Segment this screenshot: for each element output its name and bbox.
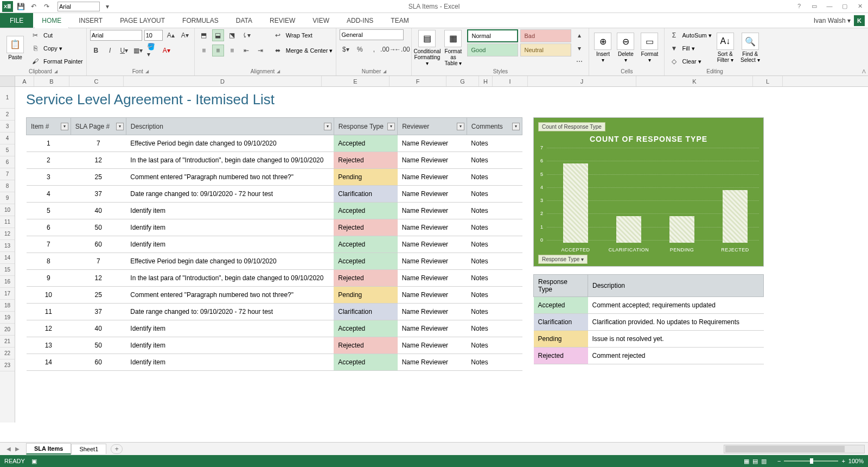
sla-header[interactable]: Item #▾ [27, 118, 71, 135]
border-icon[interactable]: ▦▾ [132, 45, 144, 56]
table-row[interactable]: 1025Comment entered "Paragraph numbered … [27, 287, 522, 304]
font-color-icon[interactable]: A▾ [161, 45, 173, 56]
filter-icon[interactable]: ▾ [61, 123, 68, 130]
table-row[interactable]: 1137Date range changed to: 09/10/2020 - … [27, 304, 522, 320]
row-header-1[interactable]: 1 [0, 87, 15, 109]
merge-label[interactable]: Merge & Center ▾ [286, 47, 333, 54]
view-page-layout-icon[interactable]: ▤ [752, 458, 758, 465]
filter-icon[interactable]: ▾ [116, 123, 124, 130]
minimize-icon[interactable]: — [825, 3, 834, 10]
chart-bar[interactable] [563, 163, 588, 243]
wrap-text-label[interactable]: Wrap Text [286, 32, 312, 39]
table-row[interactable]: 212In the last para of "Introduction", b… [27, 152, 522, 169]
redo-icon[interactable]: ↷ [41, 1, 52, 12]
align-middle-icon[interactable]: ⬓ [212, 29, 224, 41]
undo-icon[interactable]: ↶ [28, 1, 39, 12]
macro-record-icon[interactable]: ▣ [31, 458, 37, 465]
styles-up-icon[interactable]: ▴ [573, 29, 585, 41]
table-row[interactable]: 1240Identify itemAcceptedName ReviewerNo… [27, 320, 522, 337]
row-header-23[interactable]: 23 [0, 359, 15, 371]
sheet-tab-active[interactable]: SLA Items [26, 443, 71, 455]
filter-icon[interactable]: ▾ [324, 123, 331, 130]
view-page-break-icon[interactable]: ▥ [761, 458, 767, 465]
copy-icon[interactable]: ⎘ [29, 42, 41, 54]
view-normal-icon[interactable]: ▦ [744, 458, 749, 465]
merge-icon[interactable]: ⬌ [272, 45, 284, 56]
row-header-10[interactable]: 10 [0, 204, 15, 216]
row-header-2[interactable]: 2 [0, 109, 15, 121]
autosum-icon[interactable]: Σ [668, 29, 680, 41]
clear-icon[interactable]: ◇ [668, 55, 680, 67]
sla-header[interactable]: Description▾ [126, 118, 334, 135]
row-header-12[interactable]: 12 [0, 228, 15, 240]
fill-icon[interactable]: ▼ [668, 42, 680, 54]
wrap-text-icon[interactable]: ↩ [272, 29, 284, 41]
table-row[interactable]: 87Effective Period begin date changed to… [27, 253, 522, 270]
sheet-next-icon[interactable]: ▶ [15, 446, 20, 452]
help-icon[interactable]: ? [794, 3, 804, 10]
row-header-22[interactable]: 22 [0, 348, 15, 359]
row-header-20[interactable]: 20 [0, 324, 15, 336]
align-center-icon[interactable]: ≡ [212, 45, 224, 56]
find-select-button[interactable]: 🔍Find & Select ▾ [739, 29, 762, 66]
tab-insert[interactable]: INSERT [70, 13, 111, 28]
tab-addins[interactable]: ADD-INS [338, 13, 382, 28]
zoom-in-icon[interactable]: + [841, 458, 845, 464]
tab-review[interactable]: REVIEW [261, 13, 304, 28]
row-header-14[interactable]: 14 [0, 252, 15, 264]
increase-decimal-icon[interactable]: .00→ [382, 43, 394, 55]
maximize-icon[interactable]: ▢ [840, 3, 850, 10]
table-row[interactable]: 760Identify itemAcceptedName ReviewerNot… [27, 236, 522, 253]
align-top-icon[interactable]: ⬒ [198, 29, 210, 41]
bold-icon[interactable]: B [90, 45, 102, 56]
fill-color-icon[interactable]: 🪣▾ [146, 45, 158, 56]
sla-header[interactable]: SLA Page #▾ [71, 118, 126, 135]
save-icon[interactable]: 💾 [15, 1, 26, 12]
align-left-icon[interactable]: ≡ [198, 45, 210, 56]
paste-button[interactable]: 📋 Paste [3, 29, 27, 66]
zoom-out-icon[interactable]: − [777, 458, 781, 464]
tab-page-layout[interactable]: PAGE LAYOUT [111, 13, 174, 28]
autosum-label[interactable]: AutoSum ▾ [682, 32, 711, 39]
format-cells-button[interactable]: ▭Format ▾ [638, 29, 661, 66]
align-right-icon[interactable]: ≡ [226, 45, 238, 56]
zoom-value[interactable]: 100% [848, 458, 864, 464]
copy-label[interactable]: Copy ▾ [43, 45, 62, 52]
row-header-5[interactable]: 5 [0, 144, 15, 156]
increase-indent-icon[interactable]: ⇥ [254, 45, 266, 56]
col-header-F[interactable]: F [390, 76, 446, 86]
format-as-table-button[interactable]: ▦Format as Table ▾ [441, 29, 465, 66]
qat-font-select[interactable] [58, 2, 100, 11]
table-row[interactable]: 17Effective Period begin date changed to… [27, 135, 522, 152]
user-account[interactable]: Ivan Walsh ▾ K [814, 13, 868, 28]
grid-canvas[interactable]: Service Level Agreement - Itemised List … [15, 87, 868, 422]
decrease-decimal-icon[interactable]: ←.00 [396, 43, 408, 55]
row-header-9[interactable]: 9 [0, 192, 15, 204]
clear-label[interactable]: Clear ▾ [682, 58, 701, 65]
cell-style-good[interactable]: Good [467, 43, 518, 56]
zoom-slider[interactable] [784, 460, 838, 462]
cut-icon[interactable]: ✂ [29, 29, 41, 41]
underline-icon[interactable]: U▾ [118, 45, 130, 56]
row-header-6[interactable]: 6 [0, 156, 15, 168]
sheet-prev-icon[interactable]: ◀ [7, 446, 11, 452]
sort-filter-button[interactable]: A↓Sort & Filter ▾ [714, 29, 737, 66]
row-header-16[interactable]: 16 [0, 276, 15, 288]
col-header-G[interactable]: G [446, 76, 479, 86]
col-header-L[interactable]: L [753, 76, 783, 86]
row-header-17[interactable]: 17 [0, 288, 15, 300]
table-row[interactable]: 1350Identify itemRejectedName ReviewerNo… [27, 337, 522, 354]
sheet-tab-2[interactable]: Sheet1 [71, 444, 106, 454]
col-header-D[interactable]: D [124, 76, 322, 86]
tab-home[interactable]: HOME [33, 13, 70, 28]
table-row[interactable]: 912In the last para of "Introduction", b… [27, 270, 522, 287]
col-header-E[interactable]: E [322, 76, 390, 86]
chart-field-badge[interactable]: Count of Response Type [538, 122, 605, 131]
row-header-13[interactable]: 13 [0, 240, 15, 252]
col-header-K[interactable]: K [636, 76, 753, 86]
table-row[interactable]: 650Identify itemRejectedName ReviewerNot… [27, 219, 522, 236]
accounting-icon[interactable]: $▾ [340, 43, 352, 55]
decrease-indent-icon[interactable]: ⇤ [240, 45, 252, 56]
format-painter-icon[interactable]: 🖌 [29, 55, 41, 67]
italic-icon[interactable]: I [104, 45, 116, 56]
